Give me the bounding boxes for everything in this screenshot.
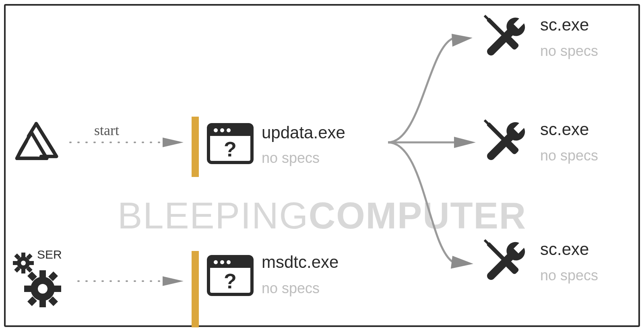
svg-rect-33 <box>208 265 252 268</box>
svg-rect-22 <box>54 286 61 292</box>
svg-point-36 <box>227 260 231 264</box>
svg-text:?: ? <box>224 138 237 161</box>
svg-rect-20 <box>39 270 46 278</box>
triangle-loop-icon <box>12 118 60 166</box>
svg-rect-44 <box>484 15 489 21</box>
watermark-left: BLEEPING <box>118 195 309 236</box>
goldbar-proc1 <box>192 117 199 177</box>
proc1-title: updata.exe <box>262 123 345 142</box>
sc3-title: sc.exe <box>540 240 589 259</box>
diagram-frame: BLEEPINGCOMPUTER start ? updata.exe no s… <box>4 4 640 327</box>
svg-point-18 <box>21 261 26 265</box>
svg-point-7 <box>227 128 231 132</box>
edge-services <box>74 273 187 289</box>
svg-rect-21 <box>39 300 46 307</box>
svg-marker-40 <box>454 137 476 148</box>
svg-rect-4 <box>208 133 252 136</box>
svg-point-6 <box>220 128 224 132</box>
goldbar-proc2 <box>192 251 199 327</box>
sc2-title: sc.exe <box>540 120 589 139</box>
app-window-icon-2: ? <box>206 254 254 298</box>
edge-start <box>66 134 187 150</box>
svg-point-28 <box>38 284 47 294</box>
svg-rect-48 <box>487 242 510 265</box>
svg-marker-1 <box>163 138 184 147</box>
svg-text:?: ? <box>224 269 237 293</box>
svg-rect-50 <box>484 239 489 245</box>
svg-rect-11 <box>21 269 25 273</box>
svg-rect-10 <box>21 253 25 257</box>
svg-marker-30 <box>163 276 184 286</box>
proc2-title: msdtc.exe <box>262 253 339 272</box>
sc2-sub: no specs <box>540 147 598 164</box>
svg-marker-39 <box>452 34 473 47</box>
svg-point-5 <box>214 128 218 132</box>
svg-point-34 <box>214 260 218 264</box>
svg-rect-13 <box>13 261 18 265</box>
origin2-label: SER <box>37 248 62 261</box>
proc1-sub: no specs <box>262 150 320 167</box>
svg-rect-23 <box>24 286 31 292</box>
svg-rect-42 <box>487 18 510 41</box>
app-window-icon: ? <box>206 122 254 167</box>
tools-icon-2 <box>481 118 533 167</box>
edge-start-label: start <box>94 122 119 139</box>
svg-rect-45 <box>487 122 510 145</box>
proc2-sub: no specs <box>262 280 320 297</box>
fanout-edges <box>380 14 481 311</box>
svg-point-35 <box>220 260 224 264</box>
sc3-sub: no specs <box>540 267 598 284</box>
tools-icon-1 <box>481 14 533 62</box>
svg-marker-41 <box>451 256 473 269</box>
tools-icon-3 <box>481 238 533 286</box>
svg-rect-47 <box>484 119 489 125</box>
sc1-sub: no specs <box>540 43 598 60</box>
svg-rect-12 <box>29 261 34 265</box>
sc1-title: sc.exe <box>540 15 589 35</box>
